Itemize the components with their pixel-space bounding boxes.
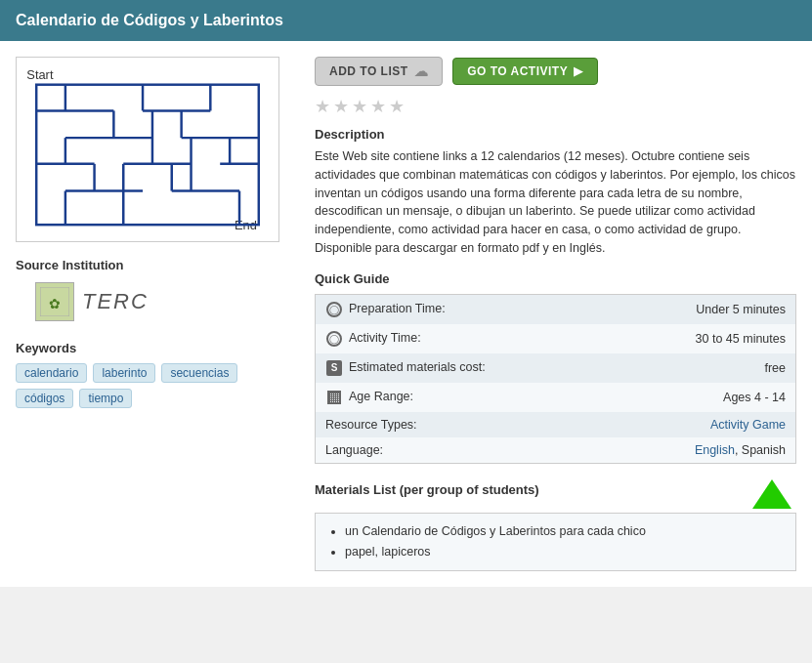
go-to-activity-button[interactable]: Go To Activity ▶ — [452, 58, 598, 85]
resource-link[interactable]: English — [695, 443, 735, 457]
star-2[interactable]: ★ — [333, 96, 349, 117]
resource-link[interactable]: Game — [752, 418, 786, 432]
description-section: Description Este Web site contiene links… — [315, 127, 796, 258]
left-panel: Start End — [16, 57, 299, 571]
star-3[interactable]: ★ — [352, 96, 367, 117]
maze-image: Start End — [16, 57, 279, 242]
quick-guide-value: Activity Game — [613, 412, 796, 437]
keyword-tag[interactable]: secuencias — [161, 363, 237, 383]
clock-icon: ◯ — [325, 330, 343, 348]
star-5[interactable]: ★ — [389, 96, 405, 117]
quick-guide-table: ◯Preparation Time:Under 5 minutes◯Activi… — [315, 294, 796, 464]
up-arrow-icon — [752, 479, 791, 509]
quick-guide-label-text: Activity Time: — [349, 331, 421, 345]
quick-guide-value: free — [613, 353, 796, 383]
go-to-activity-label: Go To Activity — [467, 64, 568, 78]
quick-guide-label: Resource Types: — [316, 412, 613, 437]
quick-guide-label: SEstimated materials cost: — [316, 353, 613, 383]
play-icon: ▶ — [574, 64, 583, 78]
materials-item: un Calendario de Códigos y Laberintos pa… — [345, 521, 784, 542]
quick-guide-row: Resource Types:Activity Game — [316, 412, 796, 437]
svg-text:Start: Start — [26, 67, 54, 82]
quick-guide-row: Language:English, Spanish — [316, 437, 796, 464]
cloud-icon: ☁ — [414, 63, 429, 79]
materials-items: un Calendario de Códigos y Laberintos pa… — [327, 521, 784, 563]
quick-guide-row: ◯Preparation Time:Under 5 minutes — [316, 294, 796, 324]
quick-guide-value: English, Spanish — [613, 437, 796, 464]
resource-link[interactable]: Activity — [710, 418, 749, 432]
quick-guide-label: ◯Preparation Time: — [316, 294, 613, 324]
keywords-heading: Keywords — [16, 341, 299, 355]
keyword-tag[interactable]: códigos — [16, 389, 73, 408]
terc-logo: ✿ TERC — [16, 282, 299, 321]
terc-name: TERC — [82, 289, 149, 314]
clock-icon: ◯ — [325, 301, 343, 318]
add-to-list-label: Add to List — [329, 64, 408, 78]
page-title: Calendario de Códigos y Laberintos — [16, 12, 283, 28]
action-buttons: Add to List ☁ Go To Activity ▶ — [315, 57, 796, 86]
materials-list-heading: Materials List (per group of students) — [315, 482, 748, 497]
grid-icon — [325, 389, 343, 406]
quick-guide-section: Quick Guide ◯Preparation Time:Under 5 mi… — [315, 271, 796, 464]
arrow-container — [748, 479, 796, 509]
quick-guide-label-text: Estimated materials cost: — [349, 360, 486, 374]
quick-guide-value: Ages 4 - 14 — [613, 383, 796, 412]
description-heading: Description — [315, 127, 796, 142]
quick-guide-label-text: Age Range: — [349, 390, 413, 403]
keywords-section: Keywords calendariolaberintosecuenciascó… — [16, 341, 299, 408]
quick-guide-label: ◯Activity Time: — [316, 324, 613, 353]
source-institution-heading: Source Institution — [16, 258, 299, 272]
value-plain: , Spanish — [735, 443, 786, 457]
materials-list-section: Materials List (per group of students) u… — [315, 479, 796, 572]
dollar-icon: S — [325, 359, 343, 377]
app-header: Calendario de Códigos y Laberintos — [0, 0, 812, 41]
keyword-tag[interactable]: tiempo — [79, 389, 132, 408]
keyword-tag[interactable]: laberinto — [93, 363, 155, 383]
source-institution-section: Source Institution ✿ TERC — [16, 258, 299, 321]
svg-text:✿: ✿ — [49, 296, 61, 311]
terc-icon: ✿ — [35, 282, 74, 321]
materials-item: papel, lapiceros — [345, 542, 784, 562]
keyword-tags-container: calendariolaberintosecuenciascódigostiem… — [16, 363, 299, 408]
quick-guide-label-text: Language: — [325, 443, 383, 457]
materials-header-row: Materials List (per group of students) — [315, 479, 796, 509]
quick-guide-heading: Quick Guide — [315, 271, 796, 286]
add-to-list-button[interactable]: Add to List ☁ — [315, 57, 443, 86]
star-1[interactable]: ★ — [315, 96, 330, 117]
quick-guide-row: Age Range:Ages 4 - 14 — [316, 383, 796, 412]
quick-guide-label: Age Range: — [316, 383, 613, 412]
quick-guide-row: ◯Activity Time:30 to 45 minutes — [316, 324, 796, 353]
keyword-tag[interactable]: calendario — [16, 363, 87, 383]
quick-guide-label-text: Preparation Time: — [349, 302, 446, 315]
quick-guide-row: SEstimated materials cost:free — [316, 353, 796, 383]
quick-guide-value: Under 5 minutes — [613, 294, 796, 324]
right-panel: Add to List ☁ Go To Activity ▶ ★★★★★ Des… — [315, 57, 796, 571]
star-rating[interactable]: ★★★★★ — [315, 96, 796, 117]
quick-guide-label: Language: — [316, 437, 613, 464]
quick-guide-label-text: Resource Types: — [325, 418, 417, 432]
star-4[interactable]: ★ — [370, 96, 386, 117]
quick-guide-value: 30 to 45 minutes — [613, 324, 796, 353]
description-text: Este Web site contiene links a 12 calend… — [315, 147, 796, 258]
materials-list-box: un Calendario de Códigos y Laberintos pa… — [315, 513, 796, 572]
